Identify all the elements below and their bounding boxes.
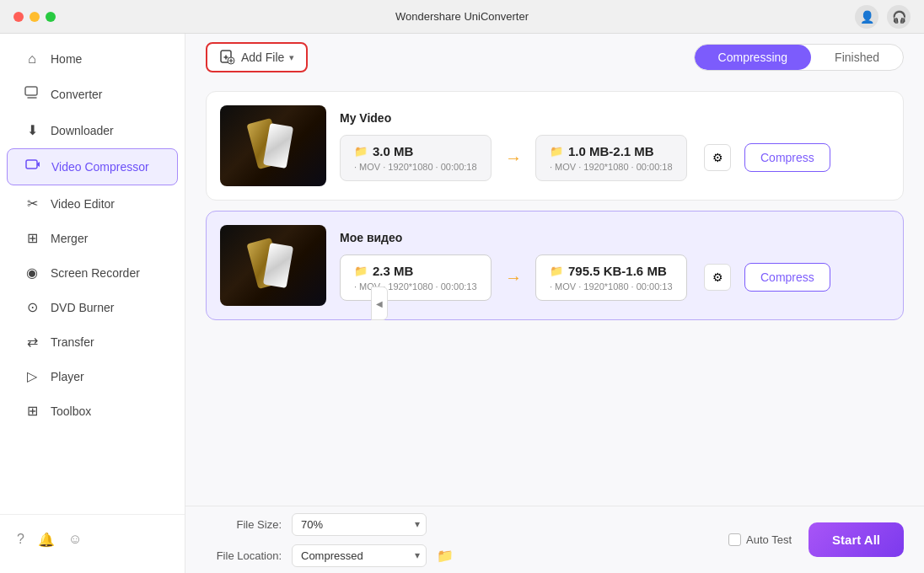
sidebar-item-toolbox[interactable]: ⊞ Toolbox — [7, 394, 178, 427]
video-title-2: Мое видео — [340, 231, 889, 244]
sidebar-label-player: Player — [51, 370, 84, 383]
support-icon[interactable]: 🎧 — [887, 5, 911, 29]
start-all-button[interactable]: Start All — [808, 522, 904, 557]
merger-icon: ⊞ — [24, 230, 40, 246]
file-location-label: File Location: — [206, 549, 282, 562]
account-icon[interactable]: 👤 — [855, 5, 878, 29]
feedback-icon[interactable]: ☺ — [68, 532, 82, 548]
close-button[interactable] — [13, 12, 24, 22]
video-title-1: My Video — [340, 111, 889, 125]
screen-recorder-icon: ◉ — [24, 265, 40, 281]
settings-button-1[interactable]: ⚙ — [704, 144, 731, 171]
minimize-button[interactable] — [30, 12, 40, 22]
video-thumbnail-2 — [220, 225, 326, 306]
content-area: My Video 📁 3.0 MB · MOV · 1920*1080 · 00… — [185, 81, 924, 506]
sidebar-label-merger: Merger — [51, 232, 88, 245]
sidebar-item-screen-recorder[interactable]: ◉ Screen Recorder — [7, 256, 178, 289]
sidebar-label-transfer: Transfer — [51, 335, 94, 349]
sidebar: ⌂ Home Converter ⬇ Downloader Vi — [0, 34, 185, 573]
sidebar-item-player[interactable]: ▷ Player — [7, 360, 178, 393]
source-details-1: · MOV · 1920*1080 · 00:00:18 — [354, 162, 477, 172]
auto-test-checkbox[interactable] — [728, 533, 741, 546]
player-icon: ▷ — [24, 368, 40, 384]
app-body: ⌂ Home Converter ⬇ Downloader Vi — [0, 34, 924, 573]
target-size-1: 📁 1.0 MB-2.1 MB — [550, 144, 673, 158]
svg-rect-0 — [25, 87, 37, 95]
source-meta-2: 📁 2.3 MB · MOV · 1920*1080 · 00:00:13 — [340, 254, 492, 301]
folder-icon-1: 📁 — [354, 145, 368, 158]
title-icons: 👤 🎧 — [855, 5, 911, 29]
sidebar-item-dvd-burner[interactable]: ⊙ DVD Burner — [7, 291, 178, 324]
sidebar-item-converter[interactable]: Converter — [7, 77, 178, 112]
video-info-2: Мое видео 📁 2.3 MB · MOV · 1920*1080 · 0… — [340, 231, 889, 301]
sidebar-item-video-compressor[interactable]: Video Compressor — [7, 148, 178, 185]
target-size-2: 📁 795.5 KB-1.6 MB — [550, 264, 673, 278]
video-compressor-icon — [24, 158, 41, 176]
sidebar-label-downloader: Downloader — [51, 124, 114, 137]
folder-icon-target-2: 📁 — [550, 265, 563, 277]
notification-icon[interactable]: 🔔 — [38, 532, 55, 548]
file-location-row: File Location: Compressed Same as Source… — [206, 544, 454, 567]
sidebar-bottom: ? 🔔 ☺ — [0, 514, 185, 565]
app-title: Wondershare UniConverter — [395, 10, 529, 23]
file-location-select[interactable]: Compressed Same as Source Custom — [292, 544, 427, 567]
add-file-icon — [219, 49, 236, 66]
sidebar-item-merger[interactable]: ⊞ Merger — [7, 222, 178, 254]
home-icon: ⌂ — [24, 51, 40, 67]
source-size-2: 📁 2.3 MB — [354, 264, 477, 278]
open-folder-button[interactable]: 📁 — [437, 548, 454, 564]
tab-compressing[interactable]: Compressing — [695, 45, 811, 70]
help-icon[interactable]: ? — [17, 532, 24, 548]
sidebar-label-video-compressor: Video Compressor — [51, 160, 149, 174]
sidebar-item-transfer[interactable]: ⇄ Transfer — [7, 325, 178, 358]
auto-test-label: Auto Test — [746, 533, 792, 546]
compress-button-2[interactable]: Compress — [744, 263, 830, 292]
converter-icon — [24, 85, 40, 104]
file-size-select[interactable]: 70% 60% 50% 80% — [292, 513, 427, 536]
tube-decoration-2 — [248, 236, 298, 295]
video-editor-icon: ✂ — [24, 195, 40, 212]
downloader-icon: ⬇ — [24, 122, 40, 138]
settings-button-2[interactable]: ⚙ — [704, 264, 731, 291]
sidebar-label-converter: Converter — [51, 88, 102, 101]
traffic-lights — [13, 12, 56, 22]
video-card-1: My Video 📁 3.0 MB · MOV · 1920*1080 · 00… — [206, 91, 904, 201]
sidebar-label-dvd-burner: DVD Burner — [51, 301, 114, 314]
add-file-button[interactable]: Add File ▾ — [206, 42, 308, 72]
video-thumb-inner-2 — [220, 225, 326, 306]
bottom-right: Auto Test Start All — [728, 522, 904, 557]
sidebar-item-video-editor[interactable]: ✂ Video Editor — [7, 187, 178, 220]
source-meta-1: 📁 3.0 MB · MOV · 1920*1080 · 00:00:18 — [340, 135, 492, 181]
toolbox-icon: ⊞ — [24, 403, 40, 419]
maximize-button[interactable] — [46, 12, 56, 22]
transfer-icon: ⇄ — [24, 334, 40, 350]
collapse-sidebar-button[interactable]: ◀ — [371, 286, 388, 320]
tab-finished[interactable]: Finished — [811, 45, 903, 70]
add-file-label: Add File — [241, 51, 284, 64]
sidebar-label-toolbox: Toolbox — [51, 404, 91, 418]
bottom-fields: File Size: 70% 60% 50% 80% File Location… — [206, 513, 454, 567]
title-bar: Wondershare UniConverter 👤 🎧 — [0, 0, 924, 34]
file-size-select-wrapper: 70% 60% 50% 80% — [292, 513, 427, 536]
file-location-select-wrapper: Compressed Same as Source Custom — [292, 544, 427, 567]
sidebar-label-screen-recorder: Screen Recorder — [51, 266, 140, 280]
target-details-1: · MOV · 1920*1080 · 00:00:18 — [550, 162, 673, 172]
target-details-2: · MOV · 1920*1080 · 00:00:13 — [550, 281, 673, 292]
file-size-row: File Size: 70% 60% 50% 80% — [206, 513, 454, 536]
sidebar-label-video-editor: Video Editor — [51, 197, 115, 211]
video-thumb-inner-1 — [220, 105, 326, 186]
sidebar-item-home[interactable]: ⌂ Home — [7, 43, 178, 75]
sidebar-bottom-icons: ? 🔔 ☺ — [0, 523, 185, 556]
video-meta-row-2: 📁 2.3 MB · MOV · 1920*1080 · 00:00:13 → … — [340, 254, 889, 301]
video-thumbnail-1 — [220, 105, 326, 186]
compress-button-1[interactable]: Compress — [744, 143, 830, 172]
svg-rect-1 — [26, 160, 37, 169]
target-meta-2: 📁 795.5 KB-1.6 MB · MOV · 1920*1080 · 00… — [535, 254, 687, 301]
sidebar-item-downloader[interactable]: ⬇ Downloader — [7, 114, 178, 147]
sidebar-label-home: Home — [51, 52, 82, 66]
file-size-label: File Size: — [206, 518, 282, 531]
tube-decoration-1 — [248, 116, 298, 175]
video-meta-row-1: 📁 3.0 MB · MOV · 1920*1080 · 00:00:18 → … — [340, 135, 889, 181]
video-info-1: My Video 📁 3.0 MB · MOV · 1920*1080 · 00… — [340, 111, 889, 181]
arrow-right-icon-1: → — [505, 148, 522, 168]
